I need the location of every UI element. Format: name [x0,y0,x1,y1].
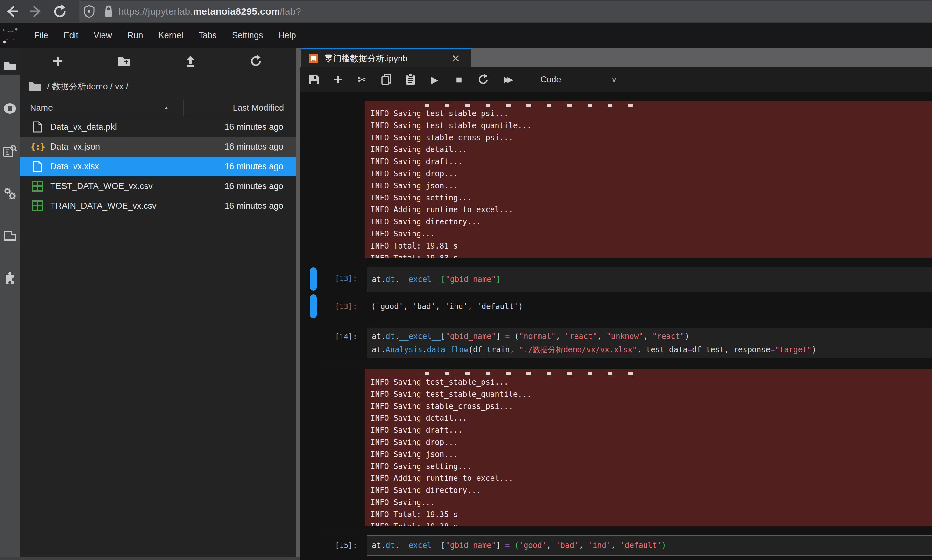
file-row[interactable]: {:} Data_vx.json 16 minutes ago [20,137,296,157]
interrupt-kernel-button[interactable]: ■ [450,71,468,88]
url-text: https://jupyterlab.metanoia8295.com/lab? [119,6,301,17]
save-button[interactable] [305,71,323,88]
plus-icon [52,55,64,67]
forward-arrow-icon [29,5,43,18]
file-row[interactable]: TRAIN_DATA_WOE_vx.csv 16 minutes ago [20,196,296,216]
execute-result: ('good', 'bad', 'ind', 'default') [371,298,523,314]
folder-icon [28,81,42,92]
menu-item[interactable]: Settings [224,23,271,48]
restart-run-all-button[interactable]: ▶▶ [499,71,516,88]
cell-type-dropdown[interactable]: Code ∨ [541,75,617,85]
dock-tab-bar: 零门槛数据分析.ipynb ✕ [300,48,932,68]
output-line: INFO Total: 19.83 s [371,252,932,258]
forward-button[interactable] [28,3,44,20]
cut-cells-button[interactable]: ✂ [353,71,371,88]
property-inspector-icon[interactable] [0,140,20,162]
file-icon [31,121,44,133]
copy-cells-button[interactable] [377,71,395,88]
code-cell-editor[interactable]: at.dt.__excel__["gbid_name"] = ('good', … [367,535,932,555]
menu-item[interactable]: View [86,23,120,48]
url-input[interactable]: https://jupyterlab.metanoia8295.com/lab? [79,1,932,22]
file-row-selected[interactable]: Data_vx.xlsx 16 minutes ago [20,157,296,176]
breadcrumb-path: / 数据分析demo / vx / [47,81,128,92]
input-prompt: [13]: [310,271,357,286]
file-browser-icon[interactable] [0,55,20,77]
open-tabs-icon[interactable] [0,225,20,247]
output-prompt: [13]: [310,298,357,314]
menu-item[interactable]: File [27,23,56,48]
stream-output-area: INFO Saving test_stable_psi...INFO Savin… [365,100,932,258]
bottom-edge [0,557,300,560]
output-line: INFO Saving directory... [371,216,932,228]
output-line: INFO Saving test_stable_quantile... [371,389,932,401]
menu-item[interactable]: Tabs [191,23,224,48]
fast-forward-icon: ▶▶ [504,75,511,84]
output-line: INFO Saving draft... [371,156,932,168]
restart-kernel-button[interactable] [474,71,492,88]
output-line: INFO Saving detail... [371,412,932,425]
spreadsheet-file-icon [31,200,44,212]
jupyterlab-menubar: FileEditViewRunKernelTabsSettingsHelp [0,23,932,48]
new-folder-button[interactable] [105,51,143,71]
browser-chrome: https://jupyterlab.metanoia8295.com/lab? [0,0,932,23]
file-list-header: Name ▲ Last Modified [20,98,296,117]
json-file-icon: {:} [31,141,44,152]
output-line: INFO Saving drop... [371,437,932,449]
reload-button[interactable] [52,3,68,20]
code-cell-editor[interactable]: at.dt.__excel__["gbid_name"] [367,267,932,292]
restart-icon [478,74,488,85]
run-cell-button[interactable]: ▶ [426,71,444,88]
activity-bar [0,48,20,560]
menu-item[interactable]: Help [271,23,303,48]
stop-icon: ■ [456,74,462,86]
menu-item[interactable]: Run [120,23,151,48]
file-browser-panel: / 数据分析demo / vx / Name ▲ Last Modified D… [20,48,296,557]
close-icon[interactable]: ✕ [451,54,460,64]
column-last-modified[interactable]: Last Modified [233,99,284,117]
new-launcher-button[interactable] [39,51,77,71]
scissors-icon: ✂ [358,73,367,86]
chevron-down-icon: ∨ [611,75,617,84]
menu-item[interactable]: Edit [56,23,86,48]
add-cell-button[interactable] [329,71,347,88]
output-line: INFO Saving stable_cross_psi... [371,132,932,144]
output-line: INFO Total: 19.38 s [371,521,932,526]
running-kernels-icon[interactable] [0,97,20,120]
extensions-gears-icon[interactable] [0,183,20,205]
tab-title: 零门槛数据分析.ipynb [324,53,407,64]
output-line: INFO Saving directory... [371,485,932,497]
plus-icon [333,75,343,84]
output-line: INFO Adding runtime to excel... [371,472,932,485]
menu-item[interactable]: Kernel [151,23,191,48]
shield-icon[interactable] [84,5,94,18]
column-divider [183,100,184,116]
stream-output-area: INFO Saving test_stable_psi...INFO Savin… [365,369,932,526]
output-line: INFO Saving detail... [371,144,932,156]
back-button[interactable] [4,3,20,20]
file-row[interactable]: Data_vx_data.pkl 16 minutes ago [20,117,296,137]
output-line: INFO Saving test_stable_quantile... [371,120,932,132]
output-line: INFO Saving test_stable_psi... [371,376,932,389]
extension-manager-puzzle-icon[interactable] [0,266,20,288]
sort-ascending-icon[interactable]: ▲ [163,99,169,117]
notebook-tab[interactable]: 零门槛数据分析.ipynb ✕ [301,48,471,68]
file-row[interactable]: TEST_DATA_WOE_vx.csv 16 minutes ago [20,176,296,196]
output-line: INFO Saving json... [371,180,932,192]
upload-button[interactable] [171,51,210,71]
output-line: INFO Saving stable_cross_psi... [371,401,932,413]
paste-cells-button[interactable] [402,71,419,88]
save-icon [308,74,319,85]
refresh-button[interactable] [237,51,275,71]
column-name[interactable]: Name [30,99,53,117]
code-cell-editor[interactable]: at.dt.__excel__["gbid_name"] = ("normal"… [367,328,932,358]
paste-icon [405,74,416,86]
back-arrow-icon [5,5,19,18]
notebook-file-icon [308,54,319,64]
jupyter-logo-icon [0,23,21,48]
run-icon: ▶ [431,74,438,85]
breadcrumb[interactable]: / 数据分析demo / vx / [28,78,128,95]
url-separator [99,6,99,17]
panel-splitter[interactable] [296,48,300,560]
clipped-line-remnant [425,104,647,106]
notebook-toolbar: ✂ ▶ ■ ▶▶ Code ∨ [300,68,932,92]
